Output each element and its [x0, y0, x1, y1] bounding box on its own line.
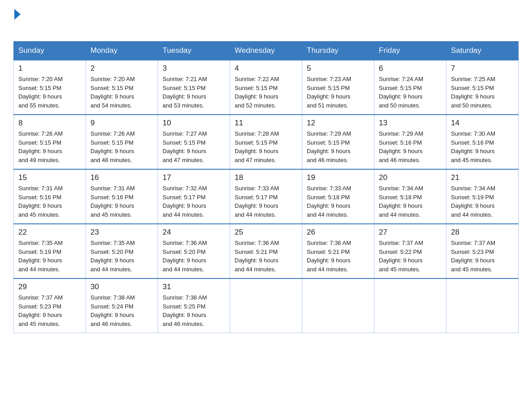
day-number: 30 — [90, 283, 154, 291]
day-info: Sunrise: 7:36 AM Sunset: 5:21 PM Dayligh… — [235, 239, 298, 274]
calendar-cell — [446, 278, 519, 333]
calendar-week-row: 22 Sunrise: 7:35 AM Sunset: 5:19 PM Dayl… — [14, 224, 519, 278]
day-info: Sunrise: 7:31 AM Sunset: 5:16 PM Dayligh… — [18, 184, 82, 219]
calendar-cell: 12 Sunrise: 7:29 AM Sunset: 5:15 PM Dayl… — [302, 115, 374, 169]
calendar-cell: 10 Sunrise: 7:27 AM Sunset: 5:15 PM Dayl… — [158, 115, 230, 169]
calendar-header-row: SundayMondayTuesdayWednesdayThursdayFrid… — [14, 42, 519, 60]
day-info: Sunrise: 7:23 AM Sunset: 5:15 PM Dayligh… — [307, 75, 370, 110]
col-header-tuesday: Tuesday — [158, 42, 230, 60]
col-header-saturday: Saturday — [446, 42, 519, 60]
calendar-cell: 7 Sunrise: 7:25 AM Sunset: 5:15 PM Dayli… — [446, 60, 519, 115]
calendar-cell: 27 Sunrise: 7:37 AM Sunset: 5:22 PM Dayl… — [374, 224, 446, 278]
calendar-cell: 23 Sunrise: 7:35 AM Sunset: 5:20 PM Dayl… — [86, 224, 158, 278]
calendar-week-row: 8 Sunrise: 7:26 AM Sunset: 5:15 PM Dayli… — [14, 115, 519, 169]
calendar-cell — [302, 278, 374, 333]
day-info: Sunrise: 7:32 AM Sunset: 5:17 PM Dayligh… — [163, 184, 226, 219]
day-number: 4 — [235, 64, 298, 73]
day-info: Sunrise: 7:37 AM Sunset: 5:23 PM Dayligh… — [451, 239, 515, 274]
calendar-cell: 17 Sunrise: 7:32 AM Sunset: 5:17 PM Dayl… — [158, 169, 230, 224]
logo — [13, 9, 21, 33]
calendar-cell: 5 Sunrise: 7:23 AM Sunset: 5:15 PM Dayli… — [302, 60, 374, 115]
calendar-cell: 6 Sunrise: 7:24 AM Sunset: 5:15 PM Dayli… — [374, 60, 446, 115]
calendar-cell: 11 Sunrise: 7:28 AM Sunset: 5:15 PM Dayl… — [230, 115, 302, 169]
col-header-thursday: Thursday — [302, 42, 374, 60]
calendar-cell: 3 Sunrise: 7:21 AM Sunset: 5:15 PM Dayli… — [158, 60, 230, 115]
day-number: 19 — [307, 173, 370, 182]
day-number: 3 — [163, 64, 226, 73]
day-info: Sunrise: 7:28 AM Sunset: 5:15 PM Dayligh… — [235, 129, 298, 164]
day-number: 11 — [235, 119, 298, 128]
calendar-cell: 13 Sunrise: 7:29 AM Sunset: 5:16 PM Dayl… — [374, 115, 446, 169]
day-number: 8 — [18, 119, 82, 128]
day-number: 21 — [451, 173, 515, 182]
day-info: Sunrise: 7:34 AM Sunset: 5:18 PM Dayligh… — [379, 184, 442, 219]
col-header-friday: Friday — [374, 42, 446, 60]
calendar-cell: 26 Sunrise: 7:36 AM Sunset: 5:21 PM Dayl… — [302, 224, 374, 278]
calendar-cell: 18 Sunrise: 7:33 AM Sunset: 5:17 PM Dayl… — [230, 169, 302, 224]
day-number: 6 — [379, 64, 442, 73]
day-info: Sunrise: 7:37 AM Sunset: 5:22 PM Dayligh… — [379, 239, 442, 274]
day-number: 25 — [235, 228, 298, 237]
calendar-cell: 9 Sunrise: 7:26 AM Sunset: 5:15 PM Dayli… — [86, 115, 158, 169]
day-number: 22 — [18, 228, 82, 237]
calendar-cell: 19 Sunrise: 7:33 AM Sunset: 5:18 PM Dayl… — [302, 169, 374, 224]
calendar-cell: 30 Sunrise: 7:38 AM Sunset: 5:24 PM Dayl… — [86, 278, 158, 333]
day-number: 5 — [307, 64, 370, 73]
day-number: 13 — [379, 119, 442, 128]
day-info: Sunrise: 7:26 AM Sunset: 5:15 PM Dayligh… — [18, 129, 82, 164]
day-info: Sunrise: 7:37 AM Sunset: 5:23 PM Dayligh… — [18, 293, 82, 328]
day-info: Sunrise: 7:34 AM Sunset: 5:19 PM Dayligh… — [451, 184, 515, 219]
day-info: Sunrise: 7:26 AM Sunset: 5:15 PM Dayligh… — [90, 129, 154, 164]
calendar-cell: 31 Sunrise: 7:38 AM Sunset: 5:25 PM Dayl… — [158, 278, 230, 333]
calendar-cell: 1 Sunrise: 7:20 AM Sunset: 5:15 PM Dayli… — [14, 60, 86, 115]
day-info: Sunrise: 7:35 AM Sunset: 5:20 PM Dayligh… — [90, 239, 154, 274]
calendar-cell: 2 Sunrise: 7:20 AM Sunset: 5:15 PM Dayli… — [86, 60, 158, 115]
day-number: 10 — [163, 119, 226, 128]
calendar-week-row: 15 Sunrise: 7:31 AM Sunset: 5:16 PM Dayl… — [14, 169, 519, 224]
day-number: 16 — [90, 173, 154, 182]
calendar-cell: 21 Sunrise: 7:34 AM Sunset: 5:19 PM Dayl… — [446, 169, 519, 224]
day-number: 20 — [379, 173, 442, 182]
calendar-cell: 29 Sunrise: 7:37 AM Sunset: 5:23 PM Dayl… — [14, 278, 86, 333]
day-info: Sunrise: 7:24 AM Sunset: 5:15 PM Dayligh… — [379, 75, 442, 110]
logo-arrow-icon — [14, 9, 21, 20]
col-header-sunday: Sunday — [14, 42, 86, 60]
day-info: Sunrise: 7:21 AM Sunset: 5:15 PM Dayligh… — [163, 75, 226, 110]
day-info: Sunrise: 7:20 AM Sunset: 5:15 PM Dayligh… — [90, 75, 154, 110]
day-info: Sunrise: 7:20 AM Sunset: 5:15 PM Dayligh… — [18, 75, 82, 110]
page-header — [13, 9, 519, 33]
calendar-week-row: 1 Sunrise: 7:20 AM Sunset: 5:15 PM Dayli… — [14, 60, 519, 115]
calendar-cell — [374, 278, 446, 333]
day-number: 18 — [235, 173, 298, 182]
calendar-cell — [230, 278, 302, 333]
calendar-cell: 22 Sunrise: 7:35 AM Sunset: 5:19 PM Dayl… — [14, 224, 86, 278]
day-info: Sunrise: 7:31 AM Sunset: 5:16 PM Dayligh… — [90, 184, 154, 219]
day-number: 29 — [18, 283, 82, 291]
day-info: Sunrise: 7:33 AM Sunset: 5:17 PM Dayligh… — [235, 184, 298, 219]
day-number: 7 — [451, 64, 515, 73]
day-info: Sunrise: 7:29 AM Sunset: 5:15 PM Dayligh… — [307, 129, 370, 164]
day-number: 9 — [90, 119, 154, 128]
day-info: Sunrise: 7:36 AM Sunset: 5:20 PM Dayligh… — [163, 239, 226, 274]
day-number: 15 — [18, 173, 82, 182]
calendar-cell: 8 Sunrise: 7:26 AM Sunset: 5:15 PM Dayli… — [14, 115, 86, 169]
day-info: Sunrise: 7:38 AM Sunset: 5:24 PM Dayligh… — [90, 293, 154, 328]
day-info: Sunrise: 7:22 AM Sunset: 5:15 PM Dayligh… — [235, 75, 298, 110]
calendar-cell: 25 Sunrise: 7:36 AM Sunset: 5:21 PM Dayl… — [230, 224, 302, 278]
day-info: Sunrise: 7:30 AM Sunset: 5:16 PM Dayligh… — [451, 129, 515, 164]
day-number: 2 — [90, 64, 154, 73]
day-info: Sunrise: 7:33 AM Sunset: 5:18 PM Dayligh… — [307, 184, 370, 219]
calendar-week-row: 29 Sunrise: 7:37 AM Sunset: 5:23 PM Dayl… — [14, 278, 519, 333]
day-number: 24 — [163, 228, 226, 237]
day-info: Sunrise: 7:36 AM Sunset: 5:21 PM Dayligh… — [307, 239, 370, 274]
col-header-monday: Monday — [86, 42, 158, 60]
day-info: Sunrise: 7:27 AM Sunset: 5:15 PM Dayligh… — [163, 129, 226, 164]
logo-text — [13, 9, 21, 19]
day-info: Sunrise: 7:35 AM Sunset: 5:19 PM Dayligh… — [18, 239, 82, 274]
day-number: 17 — [163, 173, 226, 182]
day-info: Sunrise: 7:29 AM Sunset: 5:16 PM Dayligh… — [379, 129, 442, 164]
calendar-cell: 16 Sunrise: 7:31 AM Sunset: 5:16 PM Dayl… — [86, 169, 158, 224]
calendar-cell: 28 Sunrise: 7:37 AM Sunset: 5:23 PM Dayl… — [446, 224, 519, 278]
calendar-cell: 15 Sunrise: 7:31 AM Sunset: 5:16 PM Dayl… — [14, 169, 86, 224]
day-number: 28 — [451, 228, 515, 237]
